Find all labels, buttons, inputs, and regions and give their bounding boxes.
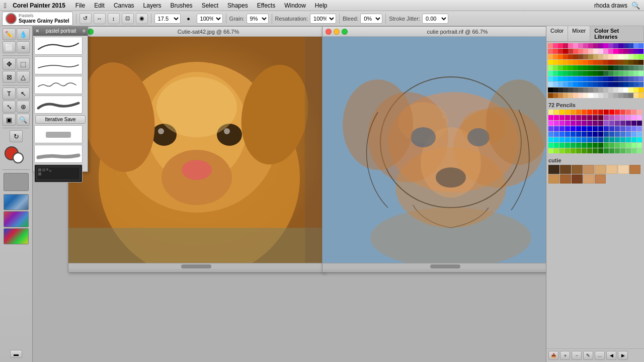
pencil-color-0-3[interactable] [565, 110, 570, 115]
color-cell-6-7[interactable] [583, 76, 588, 81]
cutie-swatch-6[interactable] [618, 165, 629, 174]
warp-tool[interactable]: ⤡ [3, 101, 16, 113]
grain-select[interactable]: 9% [247, 14, 269, 24]
color-cell-3-12[interactable] [608, 60, 613, 65]
pencil-color-0-6[interactable] [582, 110, 587, 115]
color-cell-6-18[interactable] [638, 76, 643, 81]
color-cell-9-7[interactable] [583, 93, 588, 98]
color-cell-7-14[interactable] [618, 82, 623, 87]
pencil-color-1-6[interactable] [582, 115, 587, 120]
pencil-color-4-8[interactable] [593, 132, 598, 137]
color-cell-3-1[interactable] [553, 60, 558, 65]
color-cell-4-4[interactable] [568, 65, 573, 70]
color-cell-5-16[interactable] [628, 71, 633, 76]
color-cell-8-2[interactable] [558, 87, 563, 93]
transform-tool[interactable]: ✥ [3, 58, 16, 70]
pencil-color-7-10[interactable] [604, 148, 609, 153]
color-cell-0-18[interactable] [638, 43, 643, 48]
color-cell-3-2[interactable] [558, 60, 563, 65]
pencil-color-4-11[interactable] [609, 132, 614, 137]
color-cell-3-9[interactable] [593, 60, 598, 65]
color-cell-3-8[interactable] [588, 60, 593, 65]
dropper-tool[interactable]: 💧 [17, 28, 30, 40]
color-cell-4-14[interactable] [618, 65, 623, 70]
color-cell-7-5[interactable] [573, 82, 578, 87]
pencil-color-6-11[interactable] [609, 143, 614, 148]
pencil-color-3-10[interactable] [604, 126, 609, 131]
tab-color[interactable]: Color [546, 26, 568, 41]
cutie-swatch-11[interactable] [583, 174, 594, 184]
magnify-tool[interactable]: 🔍 [17, 114, 30, 126]
pencil-color-1-11[interactable] [609, 115, 614, 120]
color-cell-1-16[interactable] [628, 49, 633, 54]
color-cell-7-3[interactable] [563, 82, 568, 87]
paint-scrollbar-h[interactable] [323, 263, 546, 269]
pencil-color-1-2[interactable] [559, 115, 565, 120]
color-cell-1-1[interactable] [553, 49, 558, 54]
pencil-color-4-16[interactable] [637, 132, 642, 137]
color-cell-6-15[interactable] [623, 76, 628, 81]
color-cell-8-12[interactable] [608, 87, 613, 93]
cutie-swatch-5[interactable] [606, 165, 617, 174]
color-cell-7-12[interactable] [608, 82, 613, 87]
color-cell-2-13[interactable] [613, 54, 618, 59]
pencil-color-6-0[interactable] [548, 143, 553, 148]
color-cell-9-16[interactable] [628, 93, 633, 98]
color-cell-5-4[interactable] [568, 71, 573, 76]
pencil-color-1-7[interactable] [587, 115, 592, 120]
pencil-color-4-3[interactable] [565, 132, 570, 137]
color-cell-9-9[interactable] [593, 93, 598, 98]
pencil-color-5-13[interactable] [620, 137, 625, 142]
pencil-color-6-4[interactable] [571, 143, 576, 148]
color-cell-9-4[interactable] [568, 93, 573, 98]
menu-canvas[interactable]: Canvas [110, 1, 138, 10]
edit-icon[interactable]: ✎ [583, 351, 593, 360]
pencil-color-4-14[interactable] [626, 132, 631, 137]
pencil-color-7-11[interactable] [609, 148, 614, 153]
color-cell-8-10[interactable] [598, 87, 603, 93]
paper-texture-preview[interactable] [4, 173, 29, 191]
selection-tool[interactable]: ⬚ [17, 58, 30, 70]
color-cell-0-16[interactable] [628, 43, 633, 48]
color-cell-8-16[interactable] [628, 87, 633, 93]
color-cell-9-11[interactable] [603, 93, 608, 98]
color-cell-3-6[interactable] [578, 60, 583, 65]
pencil-color-0-0[interactable] [548, 110, 553, 115]
pencil-color-2-13[interactable] [620, 121, 625, 126]
pencil-color-5-0[interactable] [548, 137, 553, 142]
stroke-item-4[interactable] [34, 96, 83, 114]
color-cell-5-7[interactable] [583, 71, 588, 76]
pencil-color-1-8[interactable] [593, 115, 598, 120]
color-cell-9-18[interactable] [638, 93, 643, 98]
color-cell-3-10[interactable] [598, 60, 603, 65]
rotate-canvas-tool[interactable]: ↻ [10, 130, 23, 142]
color-cell-4-13[interactable] [613, 65, 618, 70]
script-menu-btn[interactable]: ≡ [83, 28, 86, 34]
capture-btn[interactable]: ⊡ [122, 13, 134, 24]
color-cell-0-12[interactable] [608, 43, 613, 48]
smear-tool[interactable]: ≈ [17, 41, 30, 53]
pencil-color-3-12[interactable] [615, 126, 620, 131]
pencil-color-1-16[interactable] [637, 115, 642, 120]
pencil-color-6-15[interactable] [631, 143, 636, 148]
pencil-color-3-6[interactable] [582, 126, 587, 131]
cutie-swatch-3[interactable] [583, 165, 594, 174]
color-cell-0-6[interactable] [578, 43, 583, 48]
pencil-color-5-11[interactable] [609, 137, 614, 142]
pencil-color-0-16[interactable] [637, 110, 642, 115]
pencil-color-5-1[interactable] [554, 137, 559, 142]
color-cell-3-7[interactable] [583, 60, 588, 65]
eraser-tool[interactable]: ⬜ [3, 41, 16, 53]
pencil-color-7-9[interactable] [598, 148, 603, 153]
pencil-color-4-1[interactable] [554, 132, 559, 137]
jitter-select[interactable]: 0.00 [422, 14, 448, 24]
color-cell-1-3[interactable] [563, 49, 568, 54]
color-cell-5-18[interactable] [638, 71, 643, 76]
pencil-color-5-15[interactable] [631, 137, 636, 142]
color-cell-7-1[interactable] [553, 82, 558, 87]
color-cell-7-6[interactable] [578, 82, 583, 87]
color-cell-6-16[interactable] [628, 76, 633, 81]
pencil-color-6-12[interactable] [615, 143, 620, 148]
stroke-item-5[interactable] [34, 125, 83, 143]
color-cell-2-8[interactable] [588, 54, 593, 59]
